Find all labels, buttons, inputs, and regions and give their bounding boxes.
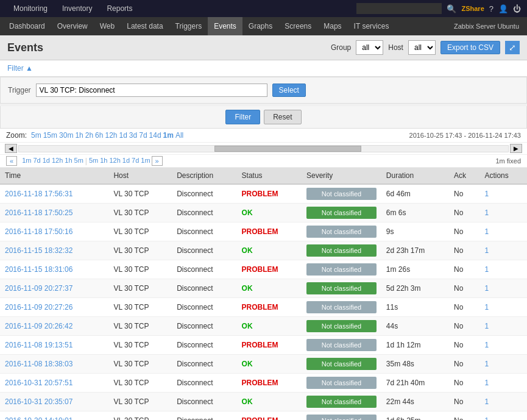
- event-actions-link[interactable]: 1: [484, 246, 489, 255]
- nav-overview[interactable]: Overview: [51, 17, 94, 35]
- nav-fixed-label: 1m fixed: [495, 157, 521, 165]
- event-actions-link[interactable]: 1: [484, 379, 489, 387]
- nav-latest-data[interactable]: Latest data: [121, 17, 169, 35]
- nav-reports[interactable]: Reports: [99, 0, 140, 17]
- event-actions-link[interactable]: 1: [484, 360, 489, 368]
- event-actions-link[interactable]: 1: [484, 322, 489, 330]
- expand-icon[interactable]: ⤢: [505, 41, 520, 54]
- zoom-2h[interactable]: 2h: [85, 131, 93, 140]
- zoom-all[interactable]: All: [175, 131, 183, 140]
- nav-graphs[interactable]: Graphs: [242, 17, 278, 35]
- filter-button[interactable]: Filter: [225, 110, 260, 124]
- col-host: Host: [108, 168, 172, 184]
- zoom-30m[interactable]: 30m: [59, 131, 73, 140]
- nav-1d-back[interactable]: 1d: [43, 157, 50, 165]
- reset-button[interactable]: Reset: [264, 110, 301, 124]
- nav-1h-fwd[interactable]: 1h: [100, 157, 107, 165]
- event-host: VL 30 TCP: [108, 298, 172, 317]
- event-time-link[interactable]: 2016-11-09 20:27:26: [5, 303, 73, 311]
- col-ack: Ack: [449, 168, 479, 184]
- nav-12h-back[interactable]: 12h: [52, 157, 63, 165]
- help-icon[interactable]: ?: [489, 4, 493, 13]
- filter-toggle[interactable]: Filter ▲: [7, 64, 33, 73]
- nav-events[interactable]: Events: [208, 17, 242, 35]
- event-time-link[interactable]: 2016-11-15 18:31:06: [5, 265, 73, 274]
- zoom-5m[interactable]: 5m: [31, 131, 41, 140]
- nav-prev-button[interactable]: «: [6, 156, 17, 166]
- nav-it-services[interactable]: IT services: [348, 17, 395, 35]
- event-time-link[interactable]: 2016-11-18 17:56:31: [5, 190, 73, 198]
- search-input[interactable]: [356, 3, 442, 14]
- event-time-link[interactable]: 2016-10-30 14:10:01: [5, 416, 73, 420]
- event-status: PROBLEM: [237, 374, 302, 393]
- event-time-link[interactable]: 2016-11-15 18:32:32: [5, 246, 73, 255]
- scroll-left-button[interactable]: ◀: [5, 144, 17, 153]
- nav-monitoring[interactable]: Monitoring: [6, 0, 55, 17]
- event-description: Disconnect: [172, 241, 236, 260]
- group-select[interactable]: all: [356, 40, 383, 55]
- nav-screens[interactable]: Screens: [278, 17, 317, 35]
- nav-dashboard[interactable]: Dashboard: [3, 17, 51, 35]
- event-actions-link[interactable]: 1: [484, 341, 489, 349]
- scroll-right-button[interactable]: ▶: [510, 144, 522, 153]
- zoom-6h[interactable]: 6h: [95, 131, 103, 140]
- event-actions-link[interactable]: 1: [484, 265, 489, 274]
- event-actions-link[interactable]: 1: [484, 397, 489, 406]
- search-icon[interactable]: 🔍: [447, 4, 456, 13]
- event-actions-link[interactable]: 1: [484, 303, 489, 311]
- export-csv-button[interactable]: Export to CSV: [440, 41, 500, 54]
- event-actions-link[interactable]: 1: [484, 416, 489, 420]
- nav-7d-back[interactable]: 7d: [33, 157, 40, 165]
- scroll-thumb[interactable]: [214, 146, 361, 152]
- event-host: VL 30 TCP: [108, 336, 172, 355]
- logout-icon[interactable]: ⏻: [513, 4, 521, 13]
- nav-web[interactable]: Web: [94, 17, 121, 35]
- zoom-15m[interactable]: 15m: [43, 131, 57, 140]
- event-actions-link[interactable]: 1: [484, 190, 489, 198]
- event-actions-link[interactable]: 1: [484, 284, 489, 293]
- event-time-link[interactable]: 2016-10-31 20:35:07: [5, 397, 73, 406]
- zoom-14d[interactable]: 14d: [149, 131, 161, 140]
- zoom-bar: Zoom: 5m 15m 30m 1h 2h 6h 12h 1d 3d 7d 1…: [0, 129, 527, 143]
- col-severity: Severity: [302, 168, 381, 184]
- nav-1m-back[interactable]: 1m: [22, 157, 31, 165]
- host-select[interactable]: all: [408, 40, 436, 55]
- zabbix-share-icon[interactable]: ZShare: [461, 5, 484, 12]
- event-time-link[interactable]: 2016-11-18 17:50:16: [5, 227, 73, 236]
- nav-triggers[interactable]: Triggers: [169, 17, 208, 35]
- nav-maps[interactable]: Maps: [317, 17, 347, 35]
- event-actions-link[interactable]: 1: [484, 227, 489, 236]
- event-description: Disconnect: [172, 411, 236, 421]
- event-time-link[interactable]: 2016-11-09 20:27:37: [5, 284, 73, 293]
- zoom-3d[interactable]: 3d: [129, 131, 137, 140]
- scroll-track[interactable]: [18, 145, 509, 152]
- table-row: 2016-11-18 17:56:31 VL 30 TCP Disconnect…: [0, 184, 527, 204]
- event-host: VL 30 TCP: [108, 374, 172, 393]
- event-time-link[interactable]: 2016-11-08 18:38:03: [5, 360, 73, 368]
- select-button[interactable]: Select: [272, 84, 306, 97]
- event-time-link[interactable]: 2016-11-18 17:50:25: [5, 208, 73, 217]
- page-title: Events: [7, 41, 331, 54]
- trigger-input[interactable]: [36, 84, 267, 97]
- event-actions-link[interactable]: 1: [484, 208, 489, 217]
- zoom-1m[interactable]: 1m: [163, 131, 174, 140]
- nav-inventory[interactable]: Inventory: [55, 0, 99, 17]
- zoom-7d[interactable]: 7d: [139, 131, 147, 140]
- user-icon[interactable]: 👤: [498, 4, 508, 13]
- nav-next-button[interactable]: »: [152, 156, 163, 166]
- nav-1m-fwd[interactable]: 1m: [141, 157, 150, 165]
- nav-5m-back[interactable]: 5m: [74, 157, 83, 165]
- nav-1d-fwd[interactable]: 1d: [122, 157, 130, 165]
- zoom-1h[interactable]: 1h: [75, 131, 83, 140]
- nav-5m-fwd[interactable]: 5m: [89, 157, 98, 165]
- zoom-1d[interactable]: 1d: [119, 131, 127, 140]
- nav-1h-back[interactable]: 1h: [65, 157, 72, 165]
- zoom-12h[interactable]: 12h: [105, 131, 117, 140]
- event-time-link[interactable]: 2016-11-09 20:26:42: [5, 322, 73, 330]
- col-status: Status: [237, 168, 302, 184]
- nav-12h-fwd[interactable]: 12h: [109, 157, 120, 165]
- event-time-link[interactable]: 2016-10-31 20:57:51: [5, 379, 73, 387]
- nav-7d-fwd[interactable]: 7d: [132, 157, 139, 165]
- event-time-link[interactable]: 2016-11-08 19:13:51: [5, 341, 73, 349]
- table-row: 2016-11-15 18:32:32 VL 30 TCP Disconnect…: [0, 241, 527, 260]
